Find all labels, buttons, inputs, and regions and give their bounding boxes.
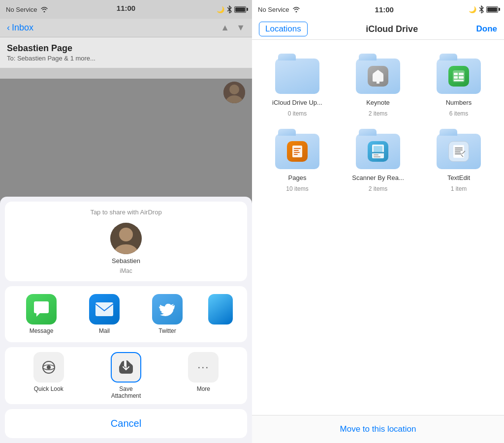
carrier-right: No Service [258, 6, 300, 13]
folder-bg-keynote [356, 59, 400, 94]
wifi-icon-left [40, 6, 48, 12]
done-button[interactable]: Done [476, 24, 497, 34]
folder-numbers-icon [437, 58, 481, 95]
carrier-left: No Service [6, 6, 48, 13]
left-panel: No Service 11:00 🌙 ‹ Inbox ▲ ▼ [0, 0, 252, 443]
action-more[interactable]: ··· More [181, 352, 225, 399]
folder-keynote-icon [356, 58, 400, 95]
bluetooth-icon-right [479, 5, 484, 13]
folder-textedit-icon [437, 133, 481, 170]
back-button[interactable]: ‹ Inbox [7, 23, 33, 33]
app-item-mail[interactable]: Mail [82, 294, 126, 334]
nav-arrows: ▲ ▼ [220, 23, 245, 33]
up-arrow-btn[interactable]: ▲ [220, 23, 229, 33]
app-item-partial[interactable] [208, 294, 233, 334]
battery-icon-left [234, 6, 246, 13]
nav-bar-right: Locations iCloud Drive Done [252, 19, 504, 40]
keynote-app-icon [368, 66, 388, 87]
cancel-button[interactable]: Cancel [5, 409, 247, 438]
twitter-app-icon [152, 294, 183, 325]
folder-numbers-name: Numbers [446, 99, 472, 106]
svg-rect-27 [374, 156, 380, 157]
numbers-app-icon [448, 66, 469, 87]
svg-rect-25 [372, 152, 384, 153]
action-quicklook[interactable]: Quick Look [27, 352, 71, 399]
svg-rect-19 [294, 148, 301, 149]
folder-bg-scanner [356, 134, 400, 169]
scanner-app-icon [368, 141, 388, 162]
actions-section: Quick Look Save Attachment ··· [5, 347, 247, 404]
svg-rect-10 [377, 82, 379, 84]
bluetooth-icon-left [227, 5, 232, 13]
folder-keynote-count: 2 items [369, 110, 388, 117]
moon-icon-left: 🌙 [217, 6, 224, 13]
svg-rect-21 [294, 152, 300, 153]
inbox-label[interactable]: Inbox [12, 23, 33, 33]
svg-rect-4 [95, 302, 113, 316]
icloud-drive-title: iCloud Drive [366, 24, 418, 34]
airdrop-device: iMac [120, 267, 132, 274]
more-icon: ··· [188, 352, 219, 383]
folder-icloud-name: iCloud Drive Up... [272, 99, 322, 106]
folder-textedit-count: 1 item [451, 185, 467, 192]
status-icons-right: 🌙 [469, 5, 498, 13]
folder-icloud[interactable]: iCloud Drive Up... 0 items [257, 50, 338, 125]
svg-rect-20 [294, 150, 299, 151]
twitter-label: Twitter [158, 327, 176, 334]
airdrop-avatar [110, 223, 142, 254]
save-label: Save Attachment [104, 385, 148, 399]
time-left: 11:00 [117, 4, 135, 12]
svg-rect-31 [455, 151, 461, 152]
message-label: Message [30, 327, 54, 334]
svg-rect-16 [459, 76, 464, 79]
svg-rect-18 [292, 146, 302, 157]
svg-marker-9 [373, 70, 383, 74]
app-item-message[interactable]: Message [19, 294, 63, 334]
folder-scanner-count: 2 items [369, 185, 388, 192]
battery-icon-right [486, 6, 498, 13]
right-panel: No Service 11:00 🌙 Locations iCloud Driv… [252, 0, 504, 443]
svg-rect-30 [455, 149, 463, 150]
folder-bg-numbers [437, 59, 481, 94]
folder-pages-name: Pages [288, 174, 307, 181]
mail-preview: Sebastien Page To: Sebastien Page & 1 mo… [0, 37, 252, 68]
nav-bar-left: ‹ Inbox ▲ ▼ [0, 19, 252, 37]
share-sheet: Tap to share with AirDrop Sebastien iMac [0, 79, 252, 443]
mail-to: To: Sebastien Page & 1 more... [7, 55, 245, 62]
move-to-location-button[interactable]: Move to this location [261, 424, 495, 434]
svg-rect-26 [374, 154, 378, 155]
status-bar-right: No Service 11:00 🌙 [252, 0, 504, 19]
apps-row: Message Mail [10, 294, 242, 334]
textedit-app-icon [448, 141, 469, 162]
folder-bg-textedit [437, 134, 481, 169]
no-service-label-left: No Service [6, 6, 37, 13]
moon-icon-right: 🌙 [469, 6, 476, 13]
quicklook-label: Quick Look [34, 385, 63, 392]
mail-app-icon [89, 294, 120, 325]
down-arrow-btn[interactable]: ▼ [236, 23, 245, 33]
no-service-label-right: No Service [258, 6, 289, 13]
folders-grid: iCloud Drive Up... 0 items Keyno [252, 40, 504, 415]
save-icon [111, 352, 141, 383]
time-right: 11:00 [375, 5, 394, 14]
folder-textedit[interactable]: TextEdit 1 item [418, 125, 499, 200]
folder-scanner[interactable]: Scanner By Rea... 2 items [338, 125, 418, 200]
status-bar-left: No Service 11:00 🌙 [0, 0, 252, 19]
folder-pages[interactable]: Pages 10 items [257, 125, 338, 200]
folder-textedit-name: TextEdit [447, 174, 470, 181]
folder-icloud-icon [275, 58, 319, 95]
svg-rect-15 [454, 76, 458, 79]
svg-rect-32 [455, 153, 462, 154]
folder-keynote-name: Keynote [366, 99, 390, 106]
action-save[interactable]: Save Attachment [104, 352, 148, 399]
app-item-twitter[interactable]: Twitter [145, 294, 189, 334]
pages-app-icon [287, 141, 308, 162]
airdrop-name: Sebastien [112, 257, 140, 265]
locations-button[interactable]: Locations [259, 22, 308, 36]
folder-scanner-icon [356, 133, 400, 170]
svg-rect-14 [459, 73, 464, 75]
folder-keynote[interactable]: Keynote 2 items [338, 50, 418, 125]
folder-numbers[interactable]: Numbers 6 items [418, 50, 499, 125]
airdrop-person[interactable]: Sebastien iMac [12, 223, 240, 274]
svg-rect-22 [294, 154, 298, 155]
